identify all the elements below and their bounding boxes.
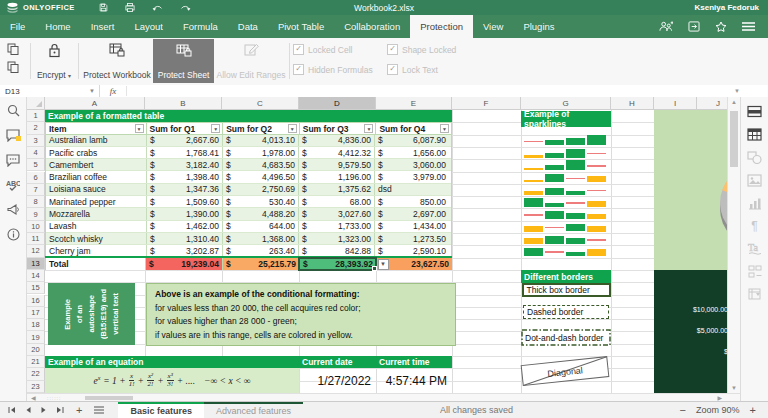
value-cell[interactable]: $68.00 bbox=[298, 196, 374, 207]
value-cell[interactable]: $9,579.50 bbox=[298, 159, 374, 170]
vertical-text-autoshape[interactable]: Example of an autoshape (B15:E19) and ve… bbox=[48, 283, 135, 345]
pivot-table-settings-icon[interactable] bbox=[748, 288, 762, 301]
open-location-icon[interactable] bbox=[688, 21, 700, 32]
row-header-19[interactable]: 19 bbox=[27, 331, 45, 343]
value-cell[interactable]: $1,196.00 bbox=[298, 171, 374, 182]
chat-icon[interactable] bbox=[6, 154, 20, 167]
value-cell[interactable]: $1,368.00 bbox=[222, 233, 298, 244]
menu-tab-home[interactable]: Home bbox=[35, 15, 80, 38]
menu-tab-collaboration[interactable]: Collaboration bbox=[334, 15, 410, 38]
scroll-right-icon[interactable]: ▶ bbox=[717, 394, 722, 401]
row-header-15[interactable]: 15 bbox=[27, 282, 45, 294]
menu-tab-insert[interactable]: Insert bbox=[81, 15, 125, 38]
insert-function-button[interactable]: fx bbox=[100, 86, 127, 96]
zoom-out-button[interactable]: − bbox=[680, 404, 686, 416]
first-sheet-button[interactable] bbox=[8, 402, 16, 418]
row-header-12[interactable]: 12 bbox=[27, 245, 45, 257]
allow-edit-ranges-button[interactable]: Allow Edit Ranges bbox=[216, 39, 286, 83]
equation-cell[interactable]: ex = 1 + x1! + x²2! + x³3! + .... −∞ < x… bbox=[45, 368, 299, 393]
filter-button[interactable]: ▼ bbox=[211, 124, 220, 133]
row-header-1[interactable]: 1 bbox=[27, 110, 45, 122]
dashed-border-cell[interactable]: Dashed border bbox=[523, 305, 609, 319]
value-cell[interactable]: $4,496.50 bbox=[222, 171, 298, 182]
menu-icon[interactable] bbox=[742, 22, 755, 31]
search-icon[interactable] bbox=[7, 104, 20, 117]
last-sheet-button[interactable] bbox=[56, 402, 64, 418]
image-settings-icon[interactable] bbox=[747, 174, 762, 187]
zoom-in-button[interactable]: + bbox=[750, 404, 756, 416]
protect-sheet-button[interactable]: Protect Sheet bbox=[153, 39, 214, 83]
value-cell[interactable]: $4,683.50 bbox=[222, 159, 298, 170]
value-cell[interactable]: $530.40 bbox=[222, 196, 298, 207]
value-cell[interactable]: $2,667.60 bbox=[146, 135, 222, 146]
checkbox-shape-locked[interactable]: ✓Shape Locked bbox=[387, 44, 456, 55]
diagonal-border-cell[interactable]: Diagonal bbox=[517, 352, 615, 390]
column-header-B[interactable]: B bbox=[145, 97, 222, 110]
scroll-down-icon[interactable]: ▼ bbox=[731, 385, 737, 391]
row-header-9[interactable]: 9 bbox=[27, 208, 45, 220]
row-header-18[interactable]: 18 bbox=[27, 319, 45, 331]
checkbox-hidden-formulas[interactable]: ✓Hidden Formulas bbox=[293, 64, 381, 75]
menu-tab-protection[interactable]: Protection bbox=[410, 15, 473, 38]
table-header-cell[interactable]: Item▼ bbox=[46, 123, 146, 134]
value-cell[interactable]: $1,462.00 bbox=[146, 221, 222, 232]
fill-handle[interactable] bbox=[372, 266, 377, 271]
sheet-tab-basic-features[interactable]: Basic features bbox=[118, 402, 204, 418]
protect-workbook-button[interactable]: Protect Workbook bbox=[81, 39, 153, 83]
row-header-4[interactable]: 4 bbox=[27, 147, 45, 159]
scroll-up-icon[interactable]: ▲ bbox=[731, 99, 737, 105]
equation-title-cell[interactable]: Example of an equation bbox=[45, 356, 299, 368]
copy-icon[interactable] bbox=[7, 43, 19, 55]
value-cell[interactable]: $644.00 bbox=[222, 221, 298, 232]
vertical-scrollbar[interactable]: ▲ ▼ bbox=[727, 97, 740, 393]
row-header-8[interactable]: 8 bbox=[27, 196, 45, 208]
name-box[interactable]: D13 ▼ bbox=[0, 85, 100, 97]
value-cell[interactable]: $1,375.62 bbox=[298, 184, 374, 195]
menu-tab-pivot-table[interactable]: Pivot Table bbox=[268, 15, 334, 38]
value-cell[interactable]: $1,310.40 bbox=[146, 233, 222, 244]
menu-tab-file[interactable]: File bbox=[0, 15, 35, 38]
checkbox-locked-cell[interactable]: ✓Locked Cell bbox=[293, 44, 381, 55]
row-header-11[interactable]: 11 bbox=[27, 233, 45, 245]
value-cell[interactable]: $6,087.90 bbox=[374, 135, 449, 146]
menu-tab-plugins[interactable]: Plugins bbox=[513, 15, 564, 38]
row-header-17[interactable]: 17 bbox=[27, 307, 45, 319]
value-cell[interactable]: $1,509.60 bbox=[146, 196, 222, 207]
filter-button[interactable]: ▼ bbox=[135, 124, 144, 133]
row-header-14[interactable]: 14 bbox=[27, 270, 45, 282]
horizontal-scrollbar[interactable]: ◀ :::::: ▶ bbox=[27, 393, 740, 401]
thick-border-cell[interactable]: Thick box border bbox=[522, 283, 611, 297]
row-header-20[interactable]: 20 bbox=[27, 344, 45, 356]
row-header-16[interactable]: 16 bbox=[27, 295, 45, 307]
filter-button[interactable]: ▼ bbox=[364, 124, 373, 133]
item-cell[interactable]: Lavash bbox=[46, 221, 146, 232]
value-cell[interactable]: $4,412.32 bbox=[298, 147, 374, 158]
sheet-list-button[interactable] bbox=[94, 402, 104, 418]
current-date-cell[interactable]: 1/27/2022 bbox=[299, 368, 376, 393]
value-cell[interactable]: $4,488.20 bbox=[222, 208, 298, 219]
encrypt-button[interactable]: Encrypt ▾ bbox=[32, 39, 76, 83]
value-cell[interactable]: $1,273.50 bbox=[374, 233, 449, 244]
vertical-scroll-thumb[interactable] bbox=[730, 111, 738, 167]
filter-button[interactable]: ▼ bbox=[440, 124, 449, 133]
paragraph-settings-icon[interactable]: ¶ bbox=[751, 220, 757, 232]
paste-icon[interactable] bbox=[7, 61, 19, 73]
comments-icon[interactable] bbox=[6, 129, 20, 142]
table-settings-icon[interactable] bbox=[747, 128, 762, 141]
value-cell[interactable]: $1,390.00 bbox=[146, 208, 222, 219]
item-cell[interactable]: Camembert bbox=[46, 159, 146, 170]
value-cell[interactable]: $2,750.69 bbox=[222, 184, 298, 195]
menu-tab-formula[interactable]: Formula bbox=[173, 15, 228, 38]
column-header-A[interactable]: A bbox=[45, 97, 145, 110]
value-cell[interactable]: $3,182.40 bbox=[146, 159, 222, 170]
row-header-2[interactable]: 2 bbox=[27, 122, 45, 134]
select-all-corner[interactable] bbox=[27, 97, 45, 110]
expand-formula-bar-icon[interactable]: ▼ bbox=[734, 88, 740, 94]
column-header-C[interactable]: C bbox=[222, 97, 299, 110]
value-cell[interactable]: $1,978.00 bbox=[222, 147, 298, 158]
table-header-cell[interactable]: Sum for Q4▼ bbox=[375, 123, 451, 134]
column-header-E[interactable]: E bbox=[376, 97, 452, 110]
value-cell[interactable]: dsd bbox=[374, 184, 449, 195]
value-cell[interactable]: $3,060.00 bbox=[374, 159, 449, 170]
dot-dash-border-cell[interactable]: Dot-and-dash border bbox=[521, 329, 611, 346]
